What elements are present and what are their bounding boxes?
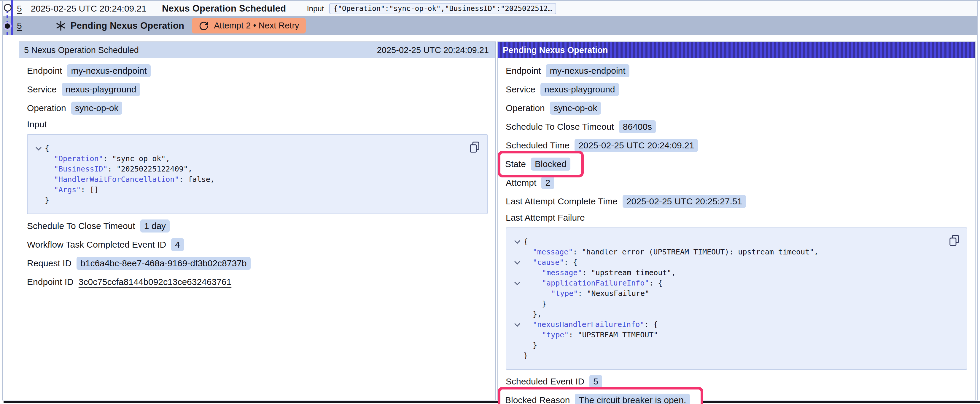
container-right-border bbox=[977, 0, 978, 401]
field-endpoint: Endpoint my-nexus-endpoint bbox=[27, 63, 488, 79]
field-state: State Blocked bbox=[505, 156, 570, 172]
event-id-link[interactable]: 5 bbox=[17, 3, 22, 14]
json-line: "message": "handler error (UPSTREAM_TIME… bbox=[511, 247, 940, 257]
field-value-chip: my-nexus-endpoint bbox=[546, 64, 629, 77]
copy-icon[interactable] bbox=[949, 234, 959, 246]
input-section-label: Input bbox=[27, 119, 488, 130]
viewport-bottom-edge bbox=[3, 401, 980, 403]
state-annotation-box: State Blocked bbox=[498, 151, 584, 177]
input-label: Input bbox=[307, 4, 324, 13]
copy-icon[interactable] bbox=[469, 141, 480, 153]
field-label: Scheduled Event ID bbox=[506, 377, 584, 387]
field-label: Endpoint ID bbox=[27, 277, 73, 287]
left-panel-timestamp: 2025-02-25 UTC 20:24:09.21 bbox=[377, 45, 489, 55]
field-value-chip: 1 day bbox=[140, 219, 170, 233]
field-value-chip: nexus-playground bbox=[541, 83, 619, 96]
pending-operation-row[interactable]: 5 Pending Nexus Operation Attempt 2 • Ne… bbox=[3, 16, 977, 35]
field-label: Service bbox=[506, 84, 535, 95]
json-line: "Operation": "sync-op-ok", bbox=[32, 154, 460, 164]
event-timestamp: 2025-02-25 UTC 20:24:09.21 bbox=[31, 3, 146, 14]
field-label: Request ID bbox=[27, 258, 72, 268]
field-value-chip: 5 bbox=[589, 375, 602, 388]
field-label: Blocked Reason bbox=[505, 395, 570, 404]
field-label: Scheduled Time bbox=[506, 140, 570, 151]
field-last-attempt-complete-time: Last Attempt Complete Time 2025-02-25 UT… bbox=[506, 194, 967, 209]
field-value-chip: 2025-02-25 UTC 20:24:09.21 bbox=[574, 139, 698, 152]
field-workflow-task-completed-event-id: Workflow Task Completed Event ID 4 bbox=[27, 237, 488, 252]
json-line: } bbox=[511, 299, 940, 309]
field-value-chip: my-nexus-endpoint bbox=[67, 64, 150, 77]
collapse-chevron-icon[interactable] bbox=[514, 321, 520, 327]
json-line: } bbox=[511, 350, 940, 361]
field-label: Operation bbox=[27, 103, 66, 113]
field-endpoint: Endpoint my-nexus-endpoint bbox=[506, 63, 967, 79]
event-row-scheduled[interactable]: 5 2025-02-25 UTC 20:24:09.21 Nexus Opera… bbox=[3, 1, 977, 16]
input-json-viewer: { "Operation": "sync-op-ok", "BusinessID… bbox=[27, 134, 488, 214]
field-schedule-to-close-timeout: Schedule To Close Timeout 1 day bbox=[27, 218, 488, 234]
event-title: Nexus Operation Scheduled bbox=[162, 3, 286, 14]
field-operation: Operation sync-op-ok bbox=[27, 100, 488, 116]
json-line: { bbox=[511, 236, 940, 247]
json-line: "applicationFailureInfo": { bbox=[511, 278, 940, 288]
json-line: { bbox=[32, 143, 460, 154]
field-value-chip: 2 bbox=[541, 176, 554, 189]
retry-icon bbox=[199, 21, 209, 31]
pending-operation-detail-panel: Pending Nexus Operation Endpoint my-nexu… bbox=[497, 41, 975, 401]
field-label: State bbox=[505, 159, 526, 169]
field-label: Attempt bbox=[506, 178, 536, 188]
field-operation: Operation sync-op-ok bbox=[506, 100, 967, 116]
json-line: "cause": { bbox=[511, 257, 940, 268]
field-label: Workflow Task Completed Event ID bbox=[27, 239, 166, 250]
input-preview-chip: {"Operation":"sync-op-ok","BusinessID":"… bbox=[329, 3, 556, 14]
retry-badge: Attempt 2 • Next Retry bbox=[192, 18, 305, 33]
field-value-chip: sync-op-ok bbox=[550, 101, 601, 115]
field-value-chip: sync-op-ok bbox=[71, 101, 123, 115]
blocked-reason-value-chip: The circuit breaker is open. bbox=[575, 394, 690, 404]
json-line: }, bbox=[511, 309, 940, 319]
timeline-node-current-icon bbox=[3, 22, 11, 30]
field-label: Service bbox=[27, 84, 57, 95]
field-label: Endpoint bbox=[27, 66, 62, 76]
state-value-chip: Blocked bbox=[531, 158, 570, 171]
left-panel-title: 5 Nexus Operation Scheduled bbox=[24, 45, 139, 55]
pending-event-id-link[interactable]: 5 bbox=[17, 21, 22, 31]
left-panel-header: 5 Nexus Operation Scheduled 2025-02-25 U… bbox=[19, 42, 495, 59]
endpoint-id-link[interactable]: 3c0c75ccfa8144b092c13ce632463761 bbox=[79, 277, 231, 287]
field-label: Last Attempt Complete Time bbox=[506, 196, 617, 206]
json-line: "type": "UPSTREAM_TIMEOUT" bbox=[511, 330, 940, 340]
retry-badge-label: Attempt 2 • Next Retry bbox=[214, 21, 299, 30]
timeline-active-bar bbox=[11, 0, 13, 35]
field-schedule-to-close-timeout: Schedule To Close Timeout 86400s bbox=[506, 119, 967, 135]
failure-section-label: Last Attempt Failure bbox=[506, 212, 967, 223]
field-value-chip: nexus-playground bbox=[62, 83, 140, 96]
json-line: } bbox=[511, 340, 940, 350]
field-value-chip: 86400s bbox=[619, 120, 656, 133]
nexus-asterisk-icon bbox=[55, 20, 67, 32]
json-line: "type": "NexusFailure" bbox=[511, 288, 940, 299]
field-endpoint-id: Endpoint ID 3c0c75ccfa8144b092c13ce63246… bbox=[27, 274, 488, 290]
field-label: Schedule To Close Timeout bbox=[27, 221, 135, 231]
json-line: "BusinessID": "20250225122409", bbox=[32, 164, 460, 174]
field-service: Service nexus-playground bbox=[506, 82, 967, 97]
field-label: Schedule To Close Timeout bbox=[506, 122, 614, 132]
pending-panel-title: Pending Nexus Operation bbox=[503, 45, 608, 55]
field-label: Endpoint bbox=[506, 66, 541, 76]
collapse-chevron-icon[interactable] bbox=[514, 258, 520, 265]
json-line: } bbox=[32, 195, 460, 205]
field-blocked-reason: Blocked Reason The circuit breaker is op… bbox=[505, 393, 690, 404]
field-service: Service nexus-playground bbox=[27, 82, 488, 97]
json-line: "message": "upstream timeout", bbox=[511, 268, 940, 278]
scheduled-event-detail-panel: 5 Nexus Operation Scheduled 2025-02-25 U… bbox=[19, 41, 496, 401]
collapse-chevron-icon[interactable] bbox=[514, 238, 520, 244]
collapse-chevron-icon[interactable] bbox=[514, 279, 520, 285]
field-value-chip: b1c6a4bc-8ee7-468a-9169-df3b02c8737b bbox=[76, 257, 250, 270]
pending-panel-header: Pending Nexus Operation bbox=[498, 42, 975, 59]
field-request-id: Request ID b1c6a4bc-8ee7-468a-9169-df3b0… bbox=[27, 256, 488, 271]
collapse-chevron-icon[interactable] bbox=[36, 144, 41, 151]
timeline-node-open-icon bbox=[4, 4, 11, 11]
pending-title: Pending Nexus Operation bbox=[71, 21, 185, 31]
container-left-border bbox=[2, 0, 3, 401]
json-line: "HandlerWaitForCancellation": false, bbox=[32, 174, 460, 185]
field-value-chip: 2025-02-25 UTC 20:25:27.51 bbox=[623, 195, 746, 208]
json-line: "Args": [] bbox=[32, 185, 460, 195]
